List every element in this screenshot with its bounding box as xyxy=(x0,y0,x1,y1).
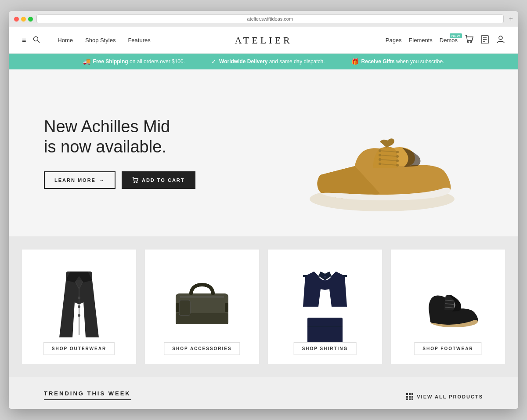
shipping-icon: 🚚 xyxy=(83,58,90,65)
promo-banner: 🚚 Free Shipping on all orders over $100.… xyxy=(9,54,518,69)
browser-chrome: atelier.swiftideas.com + xyxy=(9,11,518,27)
navbar: ≡ Home Shop Styles Features ATELIER Page… xyxy=(9,27,518,54)
nav-right: Pages Elements Demos NEW xyxy=(386,35,505,46)
gift-icon: 🎁 xyxy=(351,58,359,65)
svg-point-32 xyxy=(324,279,326,281)
svg-rect-33 xyxy=(303,275,307,277)
nav-features[interactable]: Features xyxy=(128,37,150,43)
svg-rect-41 xyxy=(409,393,411,395)
svg-rect-47 xyxy=(409,398,411,400)
hamburger-icon[interactable]: ≡ xyxy=(22,36,26,44)
user-icon[interactable] xyxy=(496,35,505,46)
svg-point-22 xyxy=(78,297,80,299)
category-grid: SHOP OUTERWEAR xyxy=(9,236,518,377)
accessories-image xyxy=(154,263,250,351)
accessories-label: SHOP ACCESSORIES xyxy=(164,342,240,355)
svg-rect-40 xyxy=(406,393,408,395)
svg-point-24 xyxy=(78,314,80,317)
footwear-label: SHOP FOOTWEAR xyxy=(414,342,481,355)
new-tab-button[interactable]: + xyxy=(509,15,513,23)
svg-rect-43 xyxy=(406,396,408,398)
hero-buttons: LEARN MORE → ADD TO CART xyxy=(44,171,264,189)
category-footwear[interactable]: SHOP FOOTWEAR xyxy=(391,250,505,364)
category-shirting[interactable]: SHOP SHIRTING xyxy=(268,250,382,364)
nav-pages[interactable]: Pages xyxy=(386,37,402,43)
svg-point-13 xyxy=(396,151,399,153)
svg-line-1 xyxy=(38,40,40,43)
traffic-lights xyxy=(14,17,33,22)
svg-point-8 xyxy=(499,36,502,40)
svg-rect-44 xyxy=(409,396,411,398)
trending-title: TRENDING THIS WEEK xyxy=(44,390,131,400)
promo-shipping: 🚚 Free Shipping on all orders over $100. xyxy=(83,58,185,65)
view-all-button[interactable]: VIEW ALL PRODUCTS xyxy=(406,393,483,400)
svg-point-14 xyxy=(379,154,381,156)
svg-point-12 xyxy=(379,149,381,152)
cart-icon[interactable] xyxy=(465,35,473,46)
wishlist-icon[interactable] xyxy=(480,35,489,46)
shirting-label: SHOP SHIRTING xyxy=(294,342,357,355)
trending-section: TRENDING THIS WEEK VIEW ALL PRODUCTS xyxy=(9,377,518,409)
svg-point-0 xyxy=(34,36,38,41)
delivery-icon: ✓ xyxy=(211,58,217,65)
traffic-light-yellow[interactable] xyxy=(21,17,26,22)
svg-rect-46 xyxy=(406,398,408,400)
hero-section: New Achilles Mid is now available. LEARN… xyxy=(9,69,518,236)
svg-rect-30 xyxy=(225,303,228,312)
svg-point-17 xyxy=(396,159,399,162)
svg-rect-45 xyxy=(411,396,413,398)
brand-logo[interactable]: ATELIER xyxy=(235,35,292,46)
svg-rect-29 xyxy=(176,303,179,312)
nav-demos[interactable]: Demos NEW xyxy=(440,37,458,43)
svg-rect-35 xyxy=(307,318,343,344)
category-outerwear[interactable]: SHOP OUTERWEAR xyxy=(22,250,136,364)
hero-image xyxy=(264,87,483,219)
category-accessories[interactable]: SHOP ACCESSORIES xyxy=(145,250,259,364)
shoe-svg xyxy=(285,87,461,219)
svg-point-15 xyxy=(396,155,399,158)
grid-icon xyxy=(406,393,413,400)
nav-elements[interactable]: Elements xyxy=(409,37,433,43)
traffic-light-green[interactable] xyxy=(28,17,33,22)
svg-point-9 xyxy=(134,181,135,182)
svg-point-3 xyxy=(471,42,472,43)
svg-point-19 xyxy=(396,164,399,167)
shirting-image xyxy=(277,263,373,351)
svg-point-2 xyxy=(467,42,469,43)
promo-gifts: 🎁 Receive Gifts when you subscribe. xyxy=(351,58,444,65)
shoe-visual xyxy=(264,87,483,219)
hero-content: New Achilles Mid is now available. LEARN… xyxy=(44,117,264,188)
outerwear-label: SHOP OUTERWEAR xyxy=(43,342,115,355)
add-to-cart-button[interactable]: ADD TO CART xyxy=(122,171,195,189)
svg-rect-42 xyxy=(411,393,413,395)
learn-more-button[interactable]: LEARN MORE → xyxy=(44,171,116,189)
svg-rect-28 xyxy=(179,300,190,315)
search-icon[interactable] xyxy=(33,36,40,45)
address-bar[interactable]: atelier.swiftideas.com xyxy=(36,14,504,23)
svg-point-16 xyxy=(379,158,381,161)
svg-point-23 xyxy=(78,305,80,308)
site-content: ≡ Home Shop Styles Features ATELIER Page… xyxy=(9,27,518,409)
svg-rect-48 xyxy=(411,398,413,400)
demos-badge: NEW xyxy=(450,33,462,38)
nav-links: Home Shop Styles Features xyxy=(58,37,385,43)
cart-btn-icon xyxy=(132,177,138,183)
nav-shop-styles[interactable]: Shop Styles xyxy=(85,37,116,43)
traffic-light-red[interactable] xyxy=(14,17,19,22)
svg-rect-34 xyxy=(343,275,347,277)
footwear-image xyxy=(400,263,496,351)
hero-title: New Achilles Mid is now available. xyxy=(44,117,264,157)
svg-point-10 xyxy=(136,181,137,182)
outerwear-image xyxy=(31,263,127,351)
nav-left: ≡ xyxy=(22,36,40,45)
browser-window: atelier.swiftideas.com + ≡ Home Shop Sty… xyxy=(9,11,518,409)
promo-delivery: ✓ Worldwide Delivery and same day dispat… xyxy=(211,58,325,65)
svg-point-18 xyxy=(379,163,381,165)
nav-home[interactable]: Home xyxy=(58,37,73,43)
svg-point-31 xyxy=(324,276,326,278)
